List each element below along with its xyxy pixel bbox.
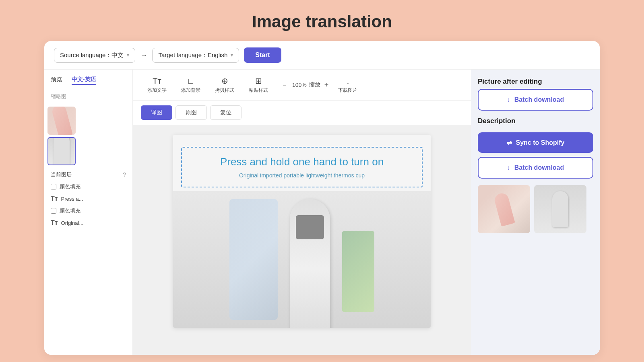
source-language-label: Source language：中文 <box>60 51 124 59</box>
product-image <box>173 191 431 328</box>
add-text-button[interactable]: Tт 添加文字 <box>141 74 173 96</box>
batch-dl-bottom-icon: ↓ <box>507 164 510 171</box>
overlay-subtitle: Original imported portable lightweight t… <box>192 172 412 179</box>
page-title: Image translation <box>252 12 392 31</box>
text-layer-icon-2: Tт <box>51 219 58 226</box>
product-left-element <box>229 199 278 320</box>
thumb-product-white <box>54 137 70 165</box>
overlay-title: Press and hold one hand to turn on <box>192 156 412 168</box>
thumb-sim-white <box>534 185 586 233</box>
product-right-plant <box>342 231 374 312</box>
zoom-label: 缩放 <box>309 81 320 88</box>
thumbnail-1[interactable] <box>47 107 76 135</box>
target-chevron-icon: ▾ <box>231 52 233 58</box>
add-background-button[interactable]: □ 添加背景 <box>175 74 207 96</box>
canvas-area[interactable]: Press and hold one hand to turn on Origi… <box>133 125 471 355</box>
zoom-out-button[interactable]: － <box>279 80 290 90</box>
sidebar-header: 预览 中文-英语 <box>44 76 132 90</box>
toolbar: Tт 添加文字 □ 添加背景 ⊕ 拷贝样式 ⊞ 粘贴样式 － 100% <box>133 70 471 101</box>
preview-thumbnails <box>478 185 593 233</box>
sidebar-tab-translate[interactable]: 中文-英语 <box>72 76 96 85</box>
editor-area: Tт 添加文字 □ 添加背景 ⊕ 拷贝样式 ⊞ 粘贴样式 － 100% <box>133 70 471 355</box>
arrow-icon: → <box>140 51 147 60</box>
target-language-select[interactable]: Target language：English ▾ <box>152 48 239 63</box>
tab-original[interactable]: 原图 <box>175 105 207 120</box>
view-tabs: 译图 原图 复位 <box>133 101 471 125</box>
sync-shopify-button[interactable]: ⇌ Sync to Shopify <box>478 132 593 153</box>
picture-after-editing-title: Picture after editing <box>478 78 593 86</box>
mini-product-pink-2 <box>493 192 515 226</box>
description-title: Description <box>478 117 593 125</box>
batch-download-top-button[interactable]: ↓ Batch download <box>478 89 593 111</box>
layer-items: 颜色填充 Tт Press a... 颜色填充 Tт Original... <box>44 181 132 229</box>
batch-dl-bottom-label: Batch download <box>514 164 564 171</box>
target-language-label: Target language：English <box>158 51 227 59</box>
sync-label: Sync to Shopify <box>516 139 565 146</box>
layer-item-1[interactable]: 颜色填充 <box>47 181 129 193</box>
layer-checkbox-1[interactable] <box>51 184 56 189</box>
layer-header: 当前图层 ? <box>44 169 132 181</box>
help-icon[interactable]: ? <box>123 171 126 178</box>
paste-style-button[interactable]: ⊞ 粘贴样式 <box>242 74 275 96</box>
thumb-product-pink <box>51 107 73 135</box>
start-button[interactable]: Start <box>244 47 281 63</box>
layer-item-3[interactable]: 颜色填充 <box>47 205 129 217</box>
mini-product-white-2 <box>552 191 568 227</box>
canvas-wrapper: Press and hold one hand to turn on Origi… <box>173 135 431 328</box>
source-language-select[interactable]: Source language：中文 ▾ <box>54 48 135 63</box>
thumb-sim-pink <box>478 185 530 233</box>
body-layout: 预览 中文-英语 缩略图 当前图层 ? <box>44 70 600 355</box>
sidebar-tab-preview[interactable]: 预览 <box>51 76 62 85</box>
product-center-thermos <box>290 199 330 328</box>
layer-item-label-1: 颜色填充 <box>60 183 80 190</box>
layer-item-label-2: Press a... <box>61 196 83 202</box>
thumb-row-1 <box>47 107 129 135</box>
text-layer-icon: Tт <box>51 195 58 202</box>
batch-dl-top-label: Batch download <box>514 96 564 103</box>
download-image-button[interactable]: ↓ 下载图片 <box>332 74 364 96</box>
sidebar: 预览 中文-英语 缩略图 当前图层 ? <box>44 70 133 355</box>
download-label: 下载图片 <box>338 87 357 94</box>
add-text-label: 添加文字 <box>147 87 167 94</box>
paste-style-label: 粘贴样式 <box>249 87 268 94</box>
layer-title: 当前图层 <box>51 171 72 178</box>
tab-translated[interactable]: 译图 <box>141 105 172 120</box>
main-container: Source language：中文 ▾ → Target language：E… <box>44 41 600 355</box>
sidebar-thumbnails <box>44 103 132 169</box>
batch-dl-top-icon: ↓ <box>507 96 510 103</box>
description-section: Description ⇌ Sync to Shopify ↓ Batch do… <box>478 117 593 233</box>
text-overlay[interactable]: Press and hold one hand to turn on Origi… <box>181 147 423 187</box>
thumbnail-2[interactable] <box>47 137 76 165</box>
sync-icon: ⇌ <box>507 139 512 146</box>
paste-style-icon: ⊞ <box>255 76 262 86</box>
layer-item-label-3: 颜色填充 <box>60 207 80 214</box>
download-icon: ↓ <box>346 76 350 86</box>
preview-thumb-1[interactable] <box>478 185 530 233</box>
zoom-value: 100% <box>292 82 307 88</box>
add-bg-label: 添加背景 <box>181 87 200 94</box>
batch-download-bottom-button[interactable]: ↓ Batch download <box>478 157 593 179</box>
layer-item-4[interactable]: Tт Original... <box>47 217 129 229</box>
layer-item-label-4: Original... <box>61 220 84 226</box>
add-text-icon: Tт <box>153 76 161 86</box>
zoom-control: － 100% 缩放 + <box>279 80 330 90</box>
sidebar-section-title: 缩略图 <box>44 90 132 103</box>
preview-thumb-2[interactable] <box>534 185 586 233</box>
picture-after-editing-section: Picture after editing ↓ Batch download <box>478 78 593 111</box>
layer-checkbox-3[interactable] <box>51 208 56 214</box>
copy-style-label: 拷贝样式 <box>215 87 234 94</box>
right-panel: Picture after editing ↓ Batch download D… <box>471 70 600 355</box>
add-bg-icon: □ <box>188 76 193 86</box>
copy-style-icon: ⊕ <box>221 76 228 86</box>
tab-reset[interactable]: 复位 <box>210 105 242 120</box>
source-chevron-icon: ▾ <box>127 52 129 58</box>
top-bar: Source language：中文 ▾ → Target language：E… <box>44 41 600 70</box>
copy-style-button[interactable]: ⊕ 拷贝样式 <box>208 74 241 96</box>
layer-item-2[interactable]: Tт Press a... <box>47 193 129 205</box>
thumb-row-2 <box>47 137 129 165</box>
zoom-in-button[interactable]: + <box>323 81 330 89</box>
